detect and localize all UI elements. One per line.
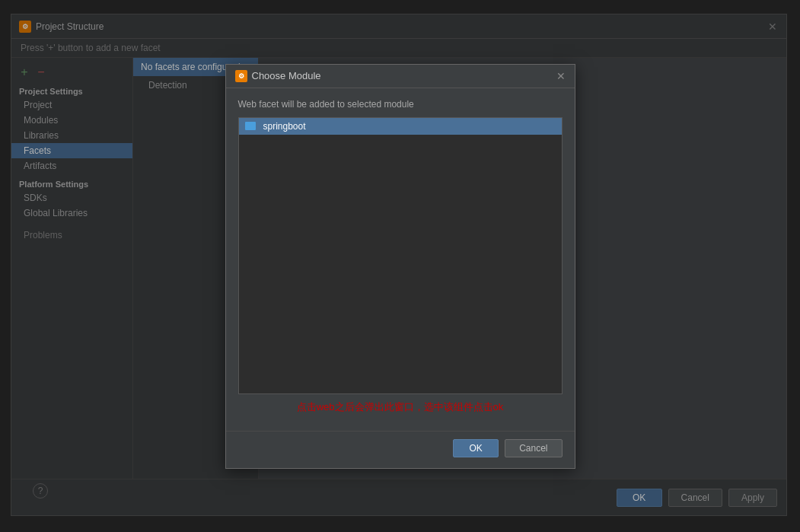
cm-description: Web facet will be added to selected modu… [238,99,563,110]
cm-body: Web facet will be added to selected modu… [226,88,575,431]
choose-module-dialog: ⚙ Choose Module ✕ Web facet will be adde… [225,64,575,469]
cm-titlebar: ⚙ Choose Module ✕ [226,65,575,88]
cm-close-button[interactable]: ✕ [556,70,566,82]
cm-title-left: ⚙ Choose Module [235,70,321,82]
cm-module-list: springboot [238,117,563,394]
cm-annotation: 点击web之后会弹出此窗口，选中该组件点击ok [238,394,563,420]
overlay: ⚙ Choose Module ✕ Web facet will be adde… [0,0,800,532]
cm-app-icon: ⚙ [235,70,247,82]
cm-list-empty-space [239,135,562,393]
module-folder-icon [245,122,256,130]
cm-ok-button[interactable]: OK [453,439,499,457]
cm-cancel-button[interactable]: Cancel [505,439,562,457]
cm-title-text: Choose Module [252,70,321,81]
cm-module-item-springboot[interactable]: springboot [239,118,562,135]
cm-buttons: OK Cancel [226,431,575,468]
